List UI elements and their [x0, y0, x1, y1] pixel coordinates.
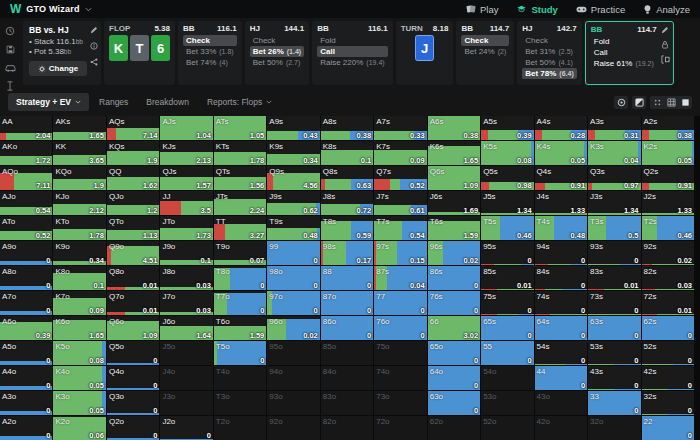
hand-cell-J6s[interactable]: J6s1.69: [428, 191, 480, 215]
hand-cell-Q9o[interactable]: Q9o4.51: [107, 241, 159, 265]
hand-cell-QJo[interactable]: QJo1.2: [107, 191, 159, 215]
pencil-icon[interactable]: [90, 26, 98, 34]
hand-cell-85s[interactable]: 85s0.01: [481, 266, 533, 290]
hand-cell-65o[interactable]: 65o0: [428, 341, 480, 365]
hand-cell-92s[interactable]: 92s0.02: [642, 241, 694, 265]
hand-cell-A8o[interactable]: A8o0: [0, 266, 52, 290]
hand-cell-76s[interactable]: 76s0: [428, 291, 480, 315]
hand-cell-KTs[interactable]: KTs1.78: [214, 141, 266, 165]
hand-cell-J3s[interactable]: J3s1.34: [588, 191, 640, 215]
hand-cell-Q6o[interactable]: Q6o1.09: [107, 316, 159, 340]
hand-cell-T9o[interactable]: T9o0.07: [214, 241, 266, 265]
action-raise-61-[interactable]: Raise 61%(19.2): [591, 58, 657, 69]
hand-cell-32o[interactable]: 32o: [588, 416, 640, 440]
hand-cell-53o[interactable]: 53o: [481, 391, 533, 415]
hand-cell-JJ[interactable]: JJ3.5: [160, 191, 212, 215]
hand-cell-A8s[interactable]: A8s0.38: [321, 116, 373, 140]
hand-cell-K5o[interactable]: K5o0.08: [53, 341, 105, 365]
hand-cell-K7s[interactable]: K7s0.09: [374, 141, 426, 165]
hand-cell-A5o[interactable]: A5o0: [0, 341, 52, 365]
hand-cell-95o[interactable]: 95o: [267, 341, 319, 365]
hand-cell-98o[interactable]: 98o0: [267, 266, 319, 290]
hand-cell-QTs[interactable]: QTs1.56: [214, 166, 266, 190]
hand-cell-98s[interactable]: 98s0.17: [321, 241, 373, 265]
hand-cell-K9o[interactable]: K9o0.34: [53, 241, 105, 265]
hand-cell-Q8s[interactable]: Q8s0.63: [321, 166, 373, 190]
hand-cell-AJo[interactable]: AJo0.54: [0, 191, 52, 215]
change-button[interactable]: Change: [29, 61, 87, 76]
hand-cell-T3s[interactable]: T3s0.5: [588, 216, 640, 240]
hand-cell-Q3s[interactable]: Q3s0.97: [588, 166, 640, 190]
hand-cell-64s[interactable]: 64s0: [535, 316, 587, 340]
hand-cell-K8s[interactable]: K8s0.1: [321, 141, 373, 165]
hand-cell-T7o[interactable]: T7o0: [214, 291, 266, 315]
hand-cell-96s[interactable]: 96s0.02: [428, 241, 480, 265]
hand-cell-Q2s[interactable]: Q2s0.91: [642, 166, 694, 190]
action-check[interactable]: Check: [461, 35, 509, 46]
hand-cell-84s[interactable]: 84s0: [535, 266, 587, 290]
hand-cell-Q2o[interactable]: Q2o0: [107, 416, 159, 440]
text-cursor-icon[interactable]: [6, 81, 14, 91]
hand-cell-J7s[interactable]: J7s0.61: [374, 191, 426, 215]
hand-cell-J2o[interactable]: J2o0: [160, 416, 212, 440]
hand-cell-97s[interactable]: 97s0.15: [374, 241, 426, 265]
hand-cell-AA[interactable]: AA2.04: [0, 116, 52, 140]
hand-cell-86o[interactable]: 86o0: [321, 316, 373, 340]
hand-cell-32s[interactable]: 32s0: [642, 391, 694, 415]
hand-cell-Q4o[interactable]: Q4o0: [107, 366, 159, 390]
action-bet-24-[interactable]: Bet 24%(2): [461, 46, 509, 57]
tab-ranges[interactable]: Ranges: [91, 93, 136, 111]
hand-cell-KQo[interactable]: KQo1.9: [53, 166, 105, 190]
panel-icon[interactable]: [661, 55, 670, 64]
hand-cell-QQ[interactable]: QQ1.62: [107, 166, 159, 190]
hand-cell-A4o[interactable]: A4o0: [0, 366, 52, 390]
hand-cell-Q3o[interactable]: Q3o0: [107, 391, 159, 415]
hand-cell-Q7s[interactable]: Q7s0.52: [374, 166, 426, 190]
hand-cell-93o[interactable]: 93o: [267, 391, 319, 415]
hand-cell-85o[interactable]: 85o: [321, 341, 373, 365]
hand-cell-T4s[interactable]: T4s0.48: [535, 216, 587, 240]
hand-cell-A9o[interactable]: A9o0: [0, 241, 52, 265]
hand-cell-95s[interactable]: 95s0: [481, 241, 533, 265]
hand-cell-KK[interactable]: KK3.65: [53, 141, 105, 165]
hand-cell-86s[interactable]: 86s0: [428, 266, 480, 290]
nav-play[interactable]: Play: [466, 4, 498, 15]
hand-cell-ATo[interactable]: ATo0.52: [0, 216, 52, 240]
hand-cell-73s[interactable]: 73s0: [588, 291, 640, 315]
hand-cell-T8s[interactable]: T8s0.59: [321, 216, 373, 240]
hand-cell-AQs[interactable]: AQs7.14: [107, 116, 159, 140]
hand-cell-J3o[interactable]: J3o: [160, 391, 212, 415]
hand-cell-62o[interactable]: 62o: [428, 416, 480, 440]
hand-cell-A6o[interactable]: A6o0.39: [0, 316, 52, 340]
hand-cell-K6s[interactable]: K6s1.65: [428, 141, 480, 165]
hand-cell-74s[interactable]: 74s0: [535, 291, 587, 315]
hand-cell-T7s[interactable]: T7s0.54: [374, 216, 426, 240]
hand-cell-JTo[interactable]: JTo1.73: [160, 216, 212, 240]
hand-cell-AQo[interactable]: AQo7.11: [0, 166, 52, 190]
tab-strategy-ev[interactable]: Strategy + EV: [8, 93, 89, 111]
hand-cell-AJs[interactable]: AJs1.04: [160, 116, 212, 140]
hand-cell-33[interactable]: 330: [588, 391, 640, 415]
hand-cell-T4o[interactable]: T4o: [214, 366, 266, 390]
hand-cell-74o[interactable]: 74o: [374, 366, 426, 390]
hand-cell-QJs[interactable]: QJs1.57: [160, 166, 212, 190]
hand-cell-63s[interactable]: 63s0: [588, 316, 640, 340]
hand-cell-72o[interactable]: 72o: [374, 416, 426, 440]
hand-cell-K2o[interactable]: K2o0.06: [53, 416, 105, 440]
matrix-view-icon[interactable]: [678, 96, 692, 109]
save-icon[interactable]: [6, 45, 15, 54]
hand-cell-A7s[interactable]: A7s0.33: [374, 116, 426, 140]
hand-cell-K4s[interactable]: K4s0.05: [535, 141, 587, 165]
history-icon[interactable]: [5, 26, 15, 36]
hand-cell-52s[interactable]: 52s0: [642, 341, 694, 365]
hand-cell-72s[interactable]: 72s0.01: [642, 291, 694, 315]
hand-cell-J7o[interactable]: J7o0.03: [160, 291, 212, 315]
hand-cell-A4s[interactable]: A4s0.28: [535, 116, 587, 140]
hand-cell-A3o[interactable]: A3o0: [0, 391, 52, 415]
hand-cell-Q4s[interactable]: Q4s0.91: [535, 166, 587, 190]
hand-cell-T6s[interactable]: T6s1.59: [428, 216, 480, 240]
hand-cell-ATs[interactable]: ATs1.05: [214, 116, 266, 140]
hand-cell-43s[interactable]: 43s0: [588, 366, 640, 390]
hand-cell-J2s[interactable]: J2s1.33: [642, 191, 694, 215]
hand-cell-96o[interactable]: 96o0.02: [267, 316, 319, 340]
